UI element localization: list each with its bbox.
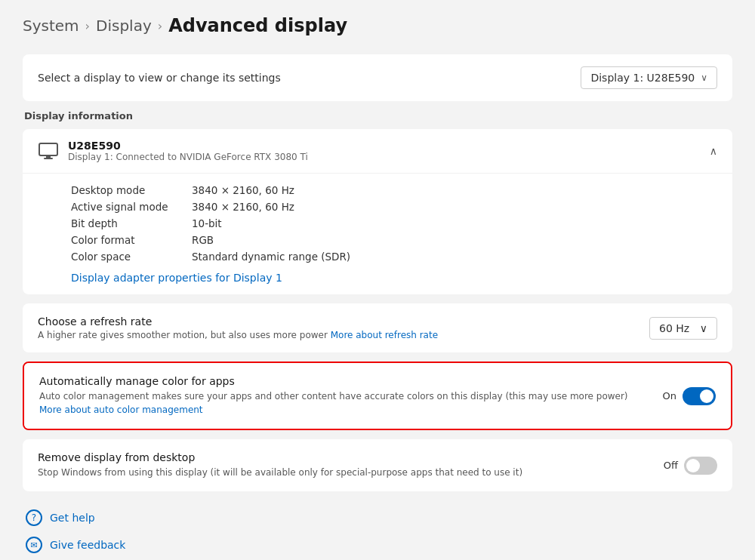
get-help-link[interactable]: ? Get help — [26, 509, 732, 526]
refresh-rate-desc: A higher rate gives smoother motion, but… — [38, 330, 649, 340]
signal-mode-label: Active signal mode — [71, 201, 192, 213]
refresh-rate-dropdown[interactable]: 60 Hz ∨ — [649, 317, 717, 340]
auto-color-desc-text: Auto color management makes sure your ap… — [39, 391, 628, 402]
remove-display-left: Remove display from desktop Stop Windows… — [38, 451, 664, 479]
display-info-title-group: U28E590 Display 1: Connected to NVIDIA G… — [68, 140, 308, 162]
refresh-rate-desc-text: A higher rate gives smoother motion, but… — [38, 330, 328, 340]
auto-color-title: Automatically manage color for apps — [39, 375, 648, 387]
refresh-rate-value: 60 Hz — [659, 322, 689, 334]
info-row-color-space: Color space Standard dynamic range (SDR) — [71, 251, 717, 263]
feedback-icon: ✉ — [26, 537, 42, 553]
color-format-value: RGB — [192, 234, 214, 246]
monitor-name: U28E590 — [68, 140, 308, 152]
chevron-up-icon[interactable]: ∧ — [710, 145, 717, 157]
give-feedback-link[interactable]: ✉ Give feedback — [26, 537, 732, 553]
display-info-card: U28E590 Display 1: Connected to NVIDIA G… — [23, 129, 732, 294]
adapter-properties-link[interactable]: Display adapter properties for Display 1 — [71, 272, 282, 284]
display-info-table: Desktop mode 3840 × 2160, 60 Hz Active s… — [23, 174, 732, 294]
auto-color-toggle-group: On — [663, 387, 716, 405]
info-row-desktop-mode: Desktop mode 3840 × 2160, 60 Hz — [71, 184, 717, 196]
display-selector-label: Select a display to view or change its s… — [38, 72, 281, 84]
monitor-subtitle: Display 1: Connected to NVIDIA GeForce R… — [68, 152, 308, 162]
refresh-rate-title: Choose a refresh rate — [38, 315, 649, 328]
color-format-label: Color format — [71, 234, 192, 246]
breadcrumb: System › Display › Advanced display — [23, 15, 732, 36]
info-row-signal-mode: Active signal mode 3840 × 2160, 60 Hz — [71, 201, 717, 213]
svg-rect-1 — [46, 155, 51, 158]
color-space-value: Standard dynamic range (SDR) — [192, 251, 350, 263]
breadcrumb-system[interactable]: System — [23, 17, 79, 35]
desktop-mode-value: 3840 × 2160, 60 Hz — [192, 184, 294, 196]
auto-color-card: Automatically manage color for apps Auto… — [24, 363, 731, 429]
remove-display-toggle-label: Off — [664, 460, 678, 471]
signal-mode-value: 3840 × 2160, 60 Hz — [192, 201, 294, 213]
refresh-rate-left: Choose a refresh rate A higher rate give… — [38, 315, 649, 340]
display-info-header: U28E590 Display 1: Connected to NVIDIA G… — [23, 129, 732, 174]
auto-color-desc: Auto color management makes sure your ap… — [39, 389, 648, 417]
adapter-link-row: Display adapter properties for Display 1 — [71, 267, 717, 284]
color-space-label: Color space — [71, 251, 192, 263]
display-info-section-title: Display information — [23, 110, 732, 122]
svg-rect-2 — [44, 158, 53, 159]
refresh-rate-card: Choose a refresh rate A higher rate give… — [23, 303, 732, 352]
bit-depth-value: 10-bit — [192, 217, 222, 229]
give-feedback-label: Give feedback — [50, 539, 125, 551]
display-selector-card: Select a display to view or change its s… — [23, 54, 732, 101]
monitor-icon — [38, 143, 59, 159]
breadcrumb-sep-2: › — [158, 19, 162, 33]
display-dropdown-value: Display 1: U28E590 — [590, 72, 695, 84]
auto-color-link[interactable]: More about auto color management — [39, 405, 203, 415]
auto-color-toggle[interactable] — [683, 387, 716, 405]
display-info-header-left: U28E590 Display 1: Connected to NVIDIA G… — [38, 140, 308, 162]
display-selector-dropdown[interactable]: Display 1: U28E590 ∨ — [581, 66, 717, 89]
chevron-down-icon: ∨ — [701, 72, 707, 83]
remove-display-card: Remove display from desktop Stop Windows… — [23, 439, 732, 491]
remove-display-toggle-group: Off — [664, 457, 717, 475]
remove-display-toggle[interactable] — [684, 457, 717, 475]
get-help-label: Get help — [50, 512, 95, 524]
breadcrumb-display[interactable]: Display — [96, 17, 152, 35]
svg-rect-0 — [39, 143, 57, 155]
desktop-mode-label: Desktop mode — [71, 184, 192, 196]
info-row-color-format: Color format RGB — [71, 234, 717, 246]
page: System › Display › Advanced display Sele… — [0, 0, 755, 560]
page-title: Advanced display — [168, 15, 347, 36]
bit-depth-label: Bit depth — [71, 217, 192, 229]
help-icon: ? — [26, 509, 42, 526]
breadcrumb-sep-1: › — [85, 19, 90, 33]
auto-color-toggle-label: On — [663, 390, 676, 402]
remove-display-toggle-thumb — [686, 459, 700, 472]
auto-color-highlighted-card: Automatically manage color for apps Auto… — [23, 362, 732, 430]
info-row-bit-depth: Bit depth 10-bit — [71, 217, 717, 229]
auto-color-toggle-thumb — [700, 389, 713, 403]
chevron-down-icon: ∨ — [700, 322, 707, 334]
remove-display-title: Remove display from desktop — [38, 451, 649, 463]
remove-display-desc: Stop Windows from using this display (it… — [38, 466, 649, 479]
auto-color-left: Automatically manage color for apps Auto… — [39, 375, 663, 417]
refresh-rate-link[interactable]: More about refresh rate — [331, 330, 438, 340]
footer-section: ? Get help ✉ Give feedback — [23, 509, 732, 553]
